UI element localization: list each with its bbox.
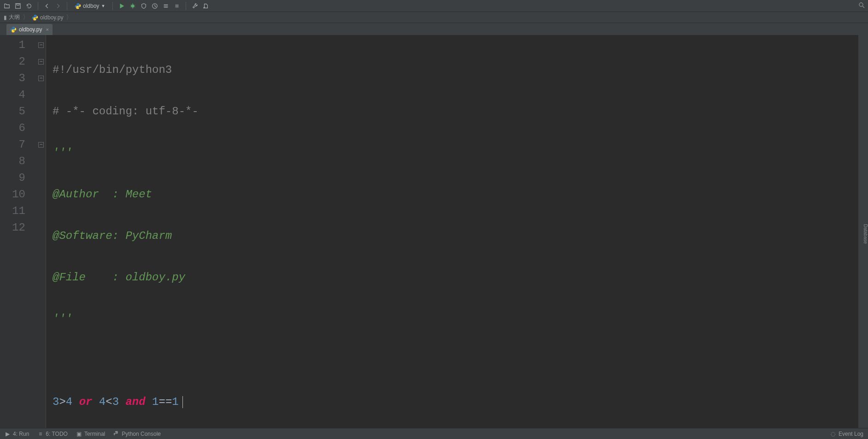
svg-rect-1 (17, 3, 19, 5)
tab-oldboy[interactable]: oldboy.py × (6, 24, 53, 35)
back-icon[interactable] (42, 1, 52, 11)
stop-icon[interactable] (172, 1, 182, 11)
right-sidebar[interactable]: Database (858, 35, 868, 428)
speech-icon: ◌ (830, 431, 836, 437)
tab-label: oldboy.py (19, 26, 42, 33)
chevron-down-icon: ▼ (101, 4, 105, 8)
attach-icon[interactable] (161, 1, 171, 11)
svg-point-5 (859, 3, 863, 6)
line-number: 9 (0, 170, 46, 186)
code-line: @Author : Meet (53, 186, 862, 203)
line-number: 12 (0, 220, 46, 236)
main-toolbar: oldboy ▼ (0, 0, 868, 12)
python-icon (32, 14, 38, 21)
line-number: 3− (0, 70, 46, 87)
play-icon: ▶ (5, 431, 11, 437)
text-caret (182, 396, 183, 408)
fold-icon[interactable]: − (38, 59, 44, 65)
code-line: 3>4 or 4<3 and 1==1 (53, 394, 862, 410)
line-number: 8 (0, 153, 46, 170)
svg-point-2 (131, 4, 135, 7)
line-number: 10 (0, 186, 46, 203)
terminal-tool-button[interactable]: ▣Terminal (76, 431, 105, 437)
python-icon (113, 431, 119, 437)
breadcrumb: ▮ 大纲 〉 oldboy.py 〉 (0, 12, 868, 23)
code-line: #!/usr/bin/python3 (53, 62, 862, 78)
line-number: 1− (0, 37, 46, 53)
refresh-icon[interactable] (24, 1, 34, 11)
forward-icon[interactable] (53, 1, 63, 11)
fold-icon[interactable]: − (38, 76, 44, 81)
run-config-label: oldboy (83, 3, 99, 9)
code-line (53, 352, 862, 369)
run-tool-button[interactable]: ▶4: Run (5, 431, 29, 437)
todo-tool-button[interactable]: ≡6: TODO (37, 431, 68, 437)
open-file-icon[interactable] (2, 1, 12, 11)
line-number: 5 (0, 103, 46, 120)
list-icon: ≡ (37, 431, 43, 437)
code-line: ''' (53, 311, 862, 327)
profile-icon[interactable] (150, 1, 160, 11)
code-line: ''' (53, 145, 862, 161)
fold-icon[interactable]: − (38, 42, 44, 48)
update-project-icon[interactable] (201, 1, 211, 11)
coverage-icon[interactable] (139, 1, 149, 11)
line-number: 4 (0, 87, 46, 103)
run-config-selector[interactable]: oldboy ▼ (71, 2, 109, 10)
breadcrumb-root[interactable]: 大纲 (9, 13, 20, 21)
line-number: 2− (0, 53, 46, 70)
fold-icon[interactable]: − (38, 142, 44, 148)
code-area[interactable]: #!/usr/bin/python3 # -*- coding: utf-8-*… (46, 35, 862, 428)
svg-rect-4 (176, 4, 179, 7)
svg-rect-0 (16, 3, 21, 8)
wrench-icon[interactable] (190, 1, 200, 11)
status-bar: ▶4: Run ≡6: TODO ▣Terminal Python Consol… (0, 428, 868, 439)
line-gutter: 1− 2− 3− 4 5 6 7− 8 9 10 11 12 (0, 35, 46, 428)
line-number: 7− (0, 136, 46, 153)
close-icon[interactable]: × (46, 27, 48, 32)
run-icon[interactable] (117, 1, 127, 11)
save-icon[interactable] (13, 1, 23, 11)
folder-icon: ▮ (4, 14, 7, 21)
python-icon (10, 26, 17, 33)
database-tool-label[interactable]: Database (863, 224, 868, 244)
editor: 1− 2− 3− 4 5 6 7− 8 9 10 11 12 #!/usr/bi… (0, 35, 868, 428)
code-line: @Software: PyCharm (53, 228, 862, 244)
code-line: @File : oldboy.py (53, 269, 862, 286)
code-line: # -*- coding: utf-8-*- (53, 103, 862, 120)
line-number: 11 (0, 203, 46, 220)
breadcrumb-file[interactable]: oldboy.py (40, 14, 63, 21)
python-console-button[interactable]: Python Console (113, 431, 161, 437)
chevron-right-icon: 〉 (23, 13, 29, 22)
python-icon (75, 3, 81, 9)
debug-icon[interactable] (128, 1, 138, 11)
event-log-button[interactable]: ◌Event Log (830, 431, 863, 437)
chevron-right-icon: 〉 (66, 13, 72, 22)
line-number: 6 (0, 120, 46, 136)
search-icon[interactable] (858, 1, 865, 10)
editor-tabs: oldboy.py × (0, 23, 868, 35)
terminal-icon: ▣ (76, 431, 82, 437)
